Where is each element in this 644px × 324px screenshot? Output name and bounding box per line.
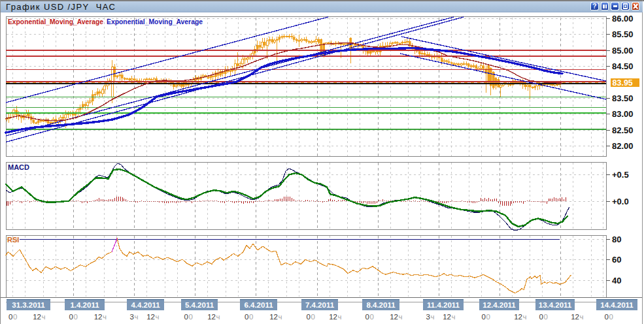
svg-text:12: 12 [390,313,398,321]
svg-text:+0.0: +0.0 [612,197,629,206]
svg-text:0: 0 [8,313,12,321]
svg-text:ч: ч [216,313,220,321]
svg-text:12: 12 [207,313,216,321]
svg-text:85.00: 85.00 [612,46,634,56]
svg-text:83.00: 83.00 [612,109,634,119]
svg-text:0: 0 [189,313,193,321]
svg-text:MACD: MACD [8,163,29,171]
svg-text:ч: ч [42,313,46,321]
svg-text:82.00: 82.00 [612,141,634,151]
svg-text:ч: ч [431,313,435,321]
svg-text:ч: ч [135,313,139,321]
svg-text:4.4.2011: 4.4.2011 [131,301,160,309]
svg-text:+0.5: +0.5 [612,170,629,180]
svg-text:0: 0 [609,313,613,321]
svg-text:0: 0 [245,313,248,321]
svg-text:83.95: 83.95 [613,78,633,88]
svg-text:График USD /JPY ЧАС: График USD /JPY ЧАС [6,2,115,12]
svg-text:Exponential_Moving_Average: Exponential_Moving_Average [107,18,203,25]
svg-text:0: 0 [74,313,78,321]
svg-text:12: 12 [329,313,337,321]
svg-text:0: 0 [486,313,490,321]
svg-text:0: 0 [605,313,609,321]
svg-text:ч: ч [399,313,403,321]
svg-text:6.4.2011: 6.4.2011 [244,301,273,309]
svg-text:Exponential_Moving_Average: Exponential_Moving_Average [8,18,103,25]
svg-text:40: 40 [612,276,621,285]
svg-text:0: 0 [370,313,374,321]
svg-text:8.4.2011: 8.4.2011 [366,301,396,309]
svg-text:3: 3 [426,313,430,321]
svg-text:12: 12 [571,313,579,321]
svg-text:83.50: 83.50 [612,93,634,103]
svg-text:3: 3 [130,313,134,321]
svg-text:12: 12 [443,313,451,321]
svg-text:60: 60 [612,255,621,265]
svg-text:7.4.2011: 7.4.2011 [305,301,335,309]
svg-text:11.4.2011: 11.4.2011 [427,301,460,309]
svg-text:84.50: 84.50 [612,61,634,71]
svg-text:12.4.2011: 12.4.2011 [483,301,516,309]
svg-text:ч: ч [523,313,527,321]
svg-text:14.4.2011: 14.4.2011 [600,301,634,309]
svg-text:ч: ч [103,313,107,321]
svg-text:?: ? [592,3,596,10]
svg-text:0: 0 [482,313,486,321]
svg-text:12: 12 [514,313,522,321]
svg-text:12: 12 [94,313,103,321]
svg-text:85.50: 85.50 [612,29,634,39]
svg-text:5.4.2011: 5.4.2011 [185,301,214,309]
svg-text:ч: ч [580,313,584,321]
svg-text:13.4.2011: 13.4.2011 [539,301,572,309]
svg-text:ч: ч [279,313,282,321]
svg-text:0: 0 [539,313,543,321]
svg-text:80: 80 [612,235,621,244]
svg-text:86.00: 86.00 [612,14,634,24]
svg-text:0: 0 [184,313,188,321]
svg-text:ч: ч [338,313,342,321]
svg-text:0: 0 [249,313,253,321]
svg-text:0: 0 [13,313,17,321]
svg-text:0: 0 [365,313,369,321]
svg-text:0: 0 [69,313,73,321]
svg-text:0: 0 [311,313,315,321]
svg-text:1.4.2011: 1.4.2011 [70,301,99,309]
svg-text:ч: ч [452,313,456,321]
svg-text:82.50: 82.50 [612,125,634,135]
svg-text:12: 12 [33,313,41,321]
svg-text:31.3.2011: 31.3.2011 [12,301,45,309]
svg-text:0: 0 [544,313,548,321]
svg-text:0: 0 [307,313,311,321]
svg-text:ч: ч [156,313,160,321]
svg-text:RSI: RSI [7,236,19,244]
svg-text:12: 12 [146,313,155,321]
svg-text:12: 12 [269,313,278,321]
